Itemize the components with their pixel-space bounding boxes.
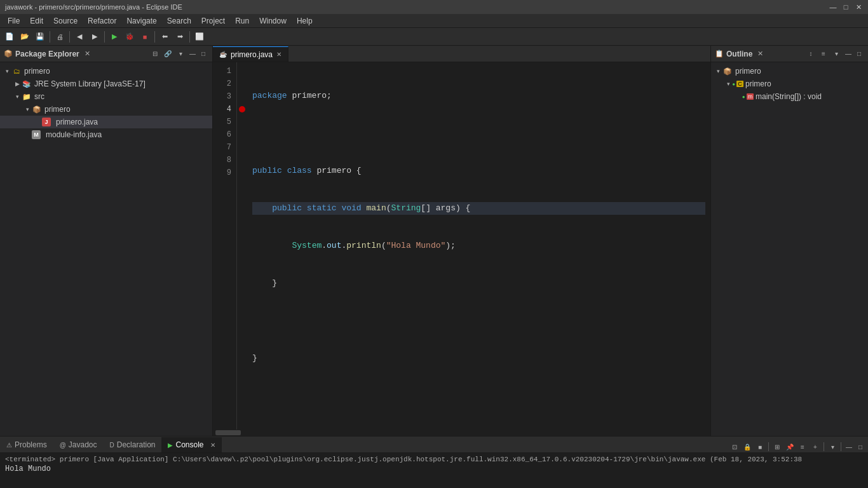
forward-button[interactable]: ➡ (173, 30, 187, 44)
scroll-lock-button[interactable]: 🔒 (742, 441, 753, 452)
tree-label-primero-java: primero.java (56, 118, 98, 126)
maximize-panel-button[interactable]: □ (198, 49, 208, 59)
tab-console[interactable]: ▶ Console ✕ (161, 437, 221, 452)
code-editor[interactable]: 1 2 3 4 5 6 7 8 9 (213, 62, 710, 430)
outline-hide-fields-button[interactable]: ≡ (818, 48, 829, 60)
maximize-button[interactable]: □ (841, 3, 850, 11)
link-editor-button[interactable]: 🔗 (162, 48, 173, 60)
project-icon: 🗂 (11, 66, 22, 76)
close-button[interactable]: ✕ (854, 3, 863, 11)
line-num-8: 8 (218, 154, 231, 166)
outline-icon: 📋 (715, 50, 724, 58)
outline-label-class: primero (745, 79, 771, 88)
java-file-icon: J (42, 118, 51, 126)
outline-arrow-class: ▾ (724, 79, 733, 88)
print-button[interactable]: 🖨 (53, 30, 67, 44)
tree-item-primero-project[interactable]: ▾ 🗂 primero (0, 65, 212, 78)
debug-button[interactable]: 🐞 (123, 30, 137, 44)
outline-close[interactable]: ✕ (757, 50, 763, 58)
tab-close-primero-java[interactable]: ✕ (276, 51, 281, 58)
open-button[interactable]: 📂 (18, 30, 32, 44)
gutter-5 (237, 116, 247, 128)
next-edit-button[interactable]: ▶ (88, 30, 102, 44)
arrow-primero-pkg: ▾ (23, 105, 32, 114)
line-num-6: 6 (218, 128, 231, 141)
package-explorer-close[interactable]: ✕ (85, 50, 90, 58)
outline-arrow-pkg: ▾ (714, 67, 722, 76)
menu-item-window[interactable]: Window (254, 15, 292, 27)
code-line-7 (252, 315, 705, 327)
console-menu-button[interactable]: ▾ (827, 441, 838, 452)
tree-item-primero-java[interactable]: J primero.java (0, 116, 212, 128)
menu-item-search[interactable]: Search (162, 15, 196, 27)
console-close[interactable]: ✕ (210, 442, 215, 449)
clear-console-button[interactable]: ⊡ (729, 441, 740, 452)
code-line-5: System.out.println("Hola Mundo"); (252, 240, 705, 252)
tree-item-src[interactable]: ▾ 📁 src (0, 90, 212, 103)
outline-menu-button[interactable]: ▾ (831, 48, 842, 60)
minimize-panel-button[interactable]: — (187, 49, 198, 59)
menu-item-refactor[interactable]: Refactor (83, 15, 121, 27)
menu-item-file[interactable]: File (3, 15, 25, 27)
bottom-maximize-button[interactable]: □ (855, 442, 865, 452)
outline-minimize-button[interactable]: — (843, 49, 853, 59)
collapse-all-button[interactable]: ⊟ (149, 48, 161, 60)
tab-declaration[interactable]: D Declaration (104, 437, 162, 452)
tree-item-jre[interactable]: ▶ 📚 JRE System Library [JavaSE-17] (0, 78, 212, 90)
editor-area: ☕ primero.java ✕ 1 2 3 4 5 6 7 8 9 (213, 46, 710, 436)
outline-pkg-icon: 📦 (722, 66, 733, 76)
bottom-panel-content: <terminated> primero [Java Application] … (0, 453, 868, 488)
tree-label-src: src (34, 92, 44, 101)
perspective-button[interactable]: ⬜ (193, 30, 207, 44)
outline-item-main[interactable]: ● m main(String[]) : void (711, 90, 868, 103)
menu-item-edit[interactable]: Edit (25, 15, 48, 27)
run-button[interactable]: ▶ (107, 30, 121, 44)
new-button[interactable]: 📄 (3, 30, 17, 44)
outline-method-icon: ● m (743, 92, 753, 102)
outline-sort-button[interactable]: ↕ (805, 48, 817, 60)
editor-tab-primero-java[interactable]: ☕ primero.java ✕ (213, 46, 288, 62)
code-line-6: } (252, 277, 705, 290)
tab-label-javadoc: Javadoc (69, 440, 97, 449)
line-num-2: 2 (218, 78, 231, 90)
editors-area: 📦 Package Explorer ✕ ⊟ 🔗 ▾ — □ ▾ 🗂 prime… (0, 46, 868, 436)
open-console-button[interactable]: ⊞ (771, 441, 783, 452)
menu-item-project[interactable]: Project (196, 15, 230, 27)
editor-hscroll[interactable] (213, 430, 710, 436)
declaration-icon: D (110, 442, 114, 449)
tab-javadoc[interactable]: @ Javadoc (53, 437, 104, 452)
gutter (237, 62, 247, 430)
arrow-primero-project: ▾ (3, 67, 11, 76)
stop-button[interactable]: ■ (138, 30, 152, 44)
save-button[interactable]: 💾 (33, 30, 47, 44)
code-content[interactable]: package primero; public class primero { … (247, 62, 710, 430)
javadoc-icon: @ (60, 442, 66, 449)
arrow-src: ▾ (13, 92, 22, 101)
gutter-4 (237, 103, 247, 116)
view-menu-button[interactable]: ▾ (175, 48, 186, 60)
outline-item-class[interactable]: ▾ ● C primero (711, 78, 868, 90)
bottom-minimize-button[interactable]: — (844, 442, 854, 452)
console-display-button[interactable]: ≡ (797, 441, 808, 452)
menu-item-source[interactable]: Source (48, 15, 83, 27)
console-add-button[interactable]: + (810, 441, 821, 452)
outline-item-pkg[interactable]: ▾ 📦 primero (711, 65, 868, 78)
terminate-button[interactable]: ■ (754, 441, 766, 452)
console-pins-button[interactable]: 📌 (784, 441, 796, 452)
code-line-3: public class primero { (252, 165, 705, 177)
outline-tree: ▾ 📦 primero ▾ ● C primero ● m ma (711, 62, 868, 105)
menu-item-navigate[interactable]: Navigate (121, 15, 161, 27)
prev-edit-button[interactable]: ◀ (72, 30, 86, 44)
menu-item-run[interactable]: Run (230, 15, 254, 27)
code-line-2 (252, 127, 705, 140)
menu-item-help[interactable]: Help (292, 15, 318, 27)
tab-problems[interactable]: ⚠ Problems (0, 437, 53, 452)
tree-label-jre: JRE System Library [JavaSE-17] (34, 79, 146, 88)
package-explorer-title: Package Explorer (15, 50, 79, 58)
tree-item-module-info[interactable]: M module-info.java (0, 128, 212, 141)
gutter-2 (237, 78, 247, 90)
minimize-button[interactable]: — (829, 3, 837, 11)
tree-item-primero-pkg[interactable]: ▾ 📦 primero (0, 103, 212, 116)
outline-maximize-button[interactable]: □ (854, 49, 864, 59)
back-button[interactable]: ⬅ (158, 30, 172, 44)
